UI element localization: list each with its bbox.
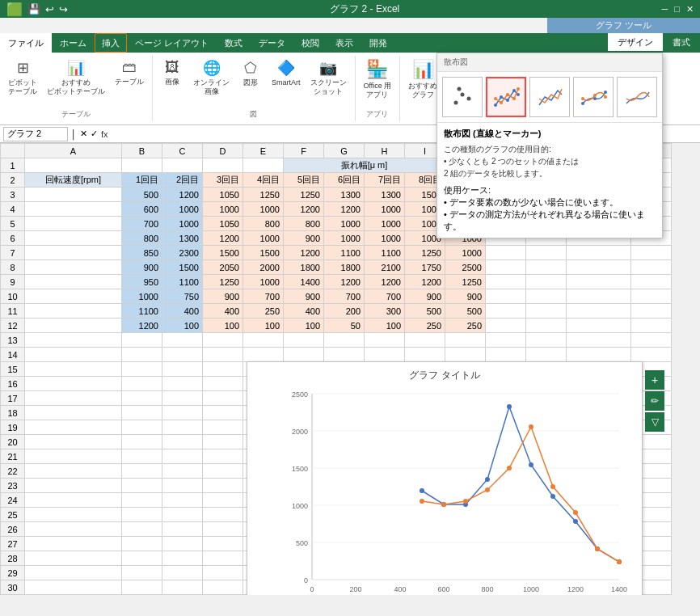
col-header-h[interactable]: H	[365, 144, 405, 158]
tab-insert[interactable]: 挿入	[95, 33, 127, 53]
col-header-a[interactable]: A	[25, 144, 122, 158]
cell-j8[interactable]: 2500	[445, 260, 486, 275]
fx-icon[interactable]: fx	[101, 129, 108, 139]
cell-b6[interactable]: 800	[122, 231, 162, 246]
cell-b11[interactable]: 1100	[122, 304, 162, 319]
chart-container[interactable]: グラフ タイトル 0 500 1000 1500 2000 2500	[247, 361, 643, 595]
cell-a10[interactable]	[25, 289, 122, 304]
cell-c4[interactable]: 1000	[162, 202, 203, 217]
cell-b12[interactable]: 1200	[122, 319, 162, 333]
table-btn[interactable]: 🗃 テーブル	[112, 57, 147, 88]
redo-icon[interactable]: ↪	[59, 3, 68, 15]
cell-d10[interactable]: 900	[203, 289, 243, 304]
cell-l8[interactable]	[526, 260, 567, 275]
cell-d9[interactable]: 1250	[203, 275, 243, 289]
cell-h2[interactable]: 7回目	[365, 173, 405, 188]
cell-m9[interactable]	[567, 275, 631, 289]
cell-c10[interactable]: 750	[162, 289, 203, 304]
cell-i8[interactable]: 1750	[405, 260, 445, 275]
cell-n7[interactable]	[631, 246, 672, 260]
cell-j11[interactable]: 500	[445, 304, 486, 319]
cell-c9[interactable]: 1100	[162, 275, 203, 289]
cell-d1[interactable]	[203, 158, 243, 173]
cell-d4[interactable]: 1000	[203, 202, 243, 217]
cell-a2[interactable]: 回転速度[rpm]	[25, 173, 122, 188]
cell-g11[interactable]: 200	[324, 304, 365, 319]
tab-dev[interactable]: 開発	[361, 33, 395, 53]
cell-e8[interactable]: 2000	[243, 260, 284, 275]
cell-m10[interactable]	[567, 289, 631, 304]
cell-f12[interactable]: 100	[284, 319, 324, 333]
cell-g8[interactable]: 1800	[324, 260, 365, 275]
cell-j9[interactable]: 1250	[445, 275, 486, 289]
col-header-b[interactable]: B	[122, 144, 162, 158]
cell-g12[interactable]: 50	[324, 319, 365, 333]
cell-f2[interactable]: 5回目	[284, 173, 324, 188]
cell-m11[interactable]	[567, 304, 631, 319]
tab-design[interactable]: デザイン	[608, 33, 663, 51]
cell-b5[interactable]: 700	[122, 217, 162, 231]
cell-n11[interactable]	[631, 304, 672, 319]
office-apps-btn[interactable]: 🏪 Office 用アプリ	[361, 57, 395, 101]
cell-a1[interactable]	[25, 158, 122, 173]
cell-i7[interactable]: 1250	[405, 246, 445, 260]
cell-b7[interactable]: 850	[122, 246, 162, 260]
cell-l7[interactable]	[526, 246, 567, 260]
cell-n9[interactable]	[631, 275, 672, 289]
image-btn[interactable]: 🖼 画像	[158, 57, 187, 88]
col-header-f[interactable]: F	[284, 144, 324, 158]
tab-format[interactable]: 書式	[663, 33, 700, 51]
scatter-smooth-markers-btn[interactable]	[573, 77, 614, 117]
scatter-dots-btn[interactable]	[442, 77, 483, 117]
cell-g3[interactable]: 1300	[324, 188, 365, 202]
cell-f4[interactable]: 1200	[284, 202, 324, 217]
cell-k12[interactable]	[486, 319, 526, 333]
screenshot-btn[interactable]: 📷 スクリーンショット	[307, 57, 350, 98]
cell-d2[interactable]: 3回目	[203, 173, 243, 188]
smartart-btn[interactable]: 🔷 SmartArt	[268, 57, 304, 89]
recommended-pivot-btn[interactable]: 📊 おすすめピボットテーブル	[44, 57, 108, 98]
cell-f5[interactable]: 800	[284, 217, 324, 231]
cell-c3[interactable]: 1200	[162, 188, 203, 202]
chart-add-btn[interactable]: +	[645, 370, 664, 390]
cell-m8[interactable]	[567, 260, 631, 275]
col-header-e[interactable]: E	[243, 144, 284, 158]
cell-h5[interactable]: 1000	[365, 217, 405, 231]
cell-e9[interactable]: 1000	[243, 275, 284, 289]
cell-d11[interactable]: 400	[203, 304, 243, 319]
cell-c11[interactable]: 400	[162, 304, 203, 319]
cell-n12[interactable]	[631, 319, 672, 333]
cell-f9[interactable]: 1400	[284, 275, 324, 289]
cell-c8[interactable]: 1500	[162, 260, 203, 275]
cell-h4[interactable]: 1000	[365, 202, 405, 217]
tab-formula[interactable]: 数式	[217, 33, 251, 53]
cell-a12[interactable]	[25, 319, 122, 333]
close-icon[interactable]: ✕	[686, 4, 694, 15]
cell-h3[interactable]: 1300	[365, 188, 405, 202]
cell-n10[interactable]	[631, 289, 672, 304]
save-icon[interactable]: 💾	[27, 3, 40, 15]
cell-d6[interactable]: 1200	[203, 231, 243, 246]
cell-a7[interactable]	[25, 246, 122, 260]
cell-l10[interactable]	[526, 289, 567, 304]
cell-h9[interactable]: 1200	[365, 275, 405, 289]
cell-i10[interactable]: 900	[405, 289, 445, 304]
tab-home[interactable]: ホーム	[52, 33, 95, 53]
cell-a6[interactable]	[25, 231, 122, 246]
cell-l12[interactable]	[526, 319, 567, 333]
cell-h8[interactable]: 2100	[365, 260, 405, 275]
tab-view[interactable]: 表示	[327, 33, 361, 53]
minimize-icon[interactable]: ─	[662, 4, 668, 15]
tab-page-layout[interactable]: ページ レイアウト	[127, 33, 217, 53]
recommended-chart-btn[interactable]: 📊 おすすめグラフ	[405, 57, 441, 101]
cell-e2[interactable]: 4回目	[243, 173, 284, 188]
maximize-icon[interactable]: □	[674, 4, 680, 15]
cell-e6[interactable]: 1000	[243, 231, 284, 246]
cancel-formula-icon[interactable]: ✕	[80, 129, 87, 139]
cell-f8[interactable]: 1800	[284, 260, 324, 275]
cell-e12[interactable]: 100	[243, 319, 284, 333]
cell-e7[interactable]: 1500	[243, 246, 284, 260]
scatter-lines-btn[interactable]	[529, 77, 570, 117]
cell-c7[interactable]: 2300	[162, 246, 203, 260]
cell-k10[interactable]	[486, 289, 526, 304]
